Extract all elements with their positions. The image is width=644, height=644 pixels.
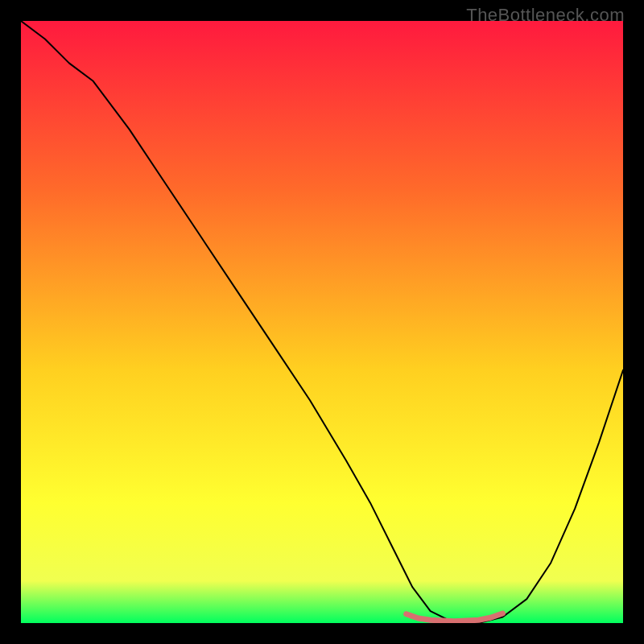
- plot-area: [21, 21, 623, 623]
- watermark-text: TheBottleneck.com: [466, 5, 625, 26]
- chart-container: TheBottleneck.com: [0, 0, 644, 644]
- gradient-background: [21, 21, 623, 623]
- chart-svg: [21, 21, 623, 623]
